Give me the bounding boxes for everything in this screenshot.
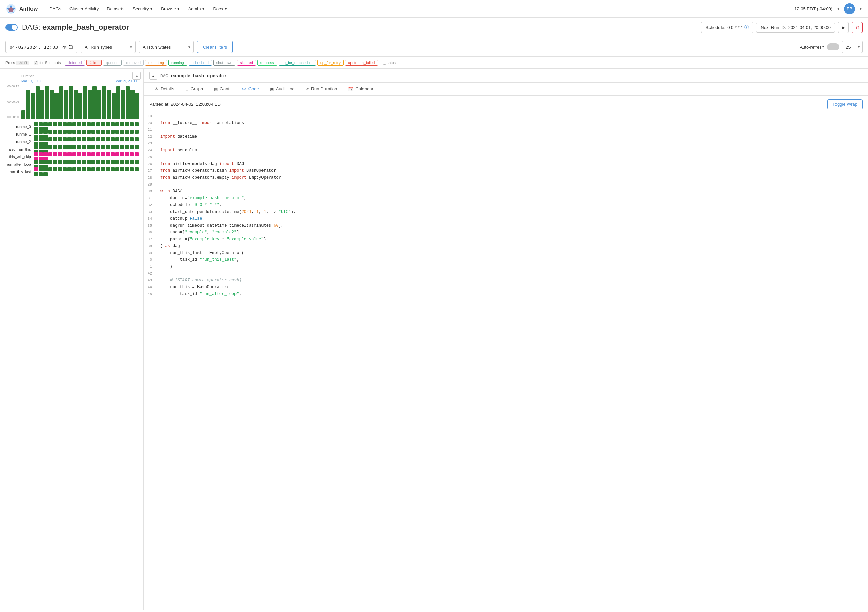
status-tag-removed[interactable]: removed: [123, 60, 144, 66]
autorefresh-toggle[interactable]: [827, 43, 839, 50]
task-square[interactable]: [96, 130, 100, 134]
status-tag-queued[interactable]: queued: [103, 60, 122, 66]
task-square[interactable]: [87, 145, 91, 149]
task-square[interactable]: [110, 122, 115, 126]
task-square[interactable]: [34, 130, 38, 134]
task-square[interactable]: [101, 122, 105, 126]
task-square[interactable]: [130, 122, 134, 126]
task-square[interactable]: [87, 122, 91, 126]
task-square[interactable]: [82, 152, 86, 156]
task-square[interactable]: [115, 122, 119, 126]
task-square[interactable]: [77, 130, 81, 134]
task-square[interactable]: [67, 167, 71, 172]
task-square[interactable]: [130, 167, 134, 172]
task-square[interactable]: [53, 130, 57, 134]
task-square[interactable]: [120, 122, 124, 126]
task-square[interactable]: [67, 145, 71, 149]
nav-admin[interactable]: Admin ▼: [185, 4, 208, 13]
task-square[interactable]: [63, 152, 67, 156]
task-square[interactable]: [34, 167, 38, 172]
task-square[interactable]: [115, 145, 119, 149]
task-square[interactable]: [58, 137, 62, 141]
status-tag-upstream-failed[interactable]: upstream_failed: [345, 60, 378, 66]
task-square[interactable]: [43, 145, 48, 149]
dag-toggle[interactable]: [5, 24, 18, 31]
task-square[interactable]: [91, 145, 96, 149]
task-square[interactable]: [63, 160, 67, 164]
task-square[interactable]: [135, 137, 139, 141]
task-square[interactable]: [101, 130, 105, 134]
status-tag-up-for-reschedule[interactable]: up_for_reschedule: [279, 60, 316, 66]
tab-code[interactable]: <> Code: [236, 83, 265, 96]
task-square[interactable]: [125, 137, 129, 141]
task-square[interactable]: [82, 130, 86, 134]
task-square[interactable]: [48, 167, 53, 172]
task-square[interactable]: [53, 152, 57, 156]
status-tag-no-status[interactable]: no_status: [379, 60, 396, 65]
task-square[interactable]: [39, 122, 43, 126]
task-square[interactable]: [43, 130, 48, 134]
status-tag-failed[interactable]: failed: [86, 60, 101, 66]
nav-docs[interactable]: Docs ▼: [209, 4, 231, 13]
task-square[interactable]: [120, 145, 124, 149]
trigger-dag-button[interactable]: ▶: [838, 22, 849, 33]
task-square[interactable]: [130, 152, 134, 156]
task-square[interactable]: [58, 160, 62, 164]
task-square[interactable]: [125, 122, 129, 126]
task-square[interactable]: [63, 122, 67, 126]
task-square[interactable]: [63, 137, 67, 141]
task-square[interactable]: [101, 152, 105, 156]
task-square[interactable]: [91, 130, 96, 134]
page-size-select[interactable]: 25: [842, 41, 863, 53]
task-square[interactable]: [130, 145, 134, 149]
user-avatar[interactable]: FB: [844, 3, 855, 14]
task-square[interactable]: [106, 130, 110, 134]
task-square[interactable]: [48, 130, 53, 134]
task-square[interactable]: [34, 172, 38, 176]
status-tag-up-for-retry[interactable]: up_for_retry: [317, 60, 344, 66]
task-square[interactable]: [43, 122, 48, 126]
task-square[interactable]: [130, 160, 134, 164]
nav-dags[interactable]: DAGs: [46, 4, 65, 13]
collapse-panel-button[interactable]: «: [132, 71, 141, 80]
tab-graph[interactable]: ⊞ Graph: [180, 83, 208, 96]
task-square[interactable]: [115, 160, 119, 164]
task-square[interactable]: [91, 122, 96, 126]
task-square[interactable]: [120, 137, 124, 141]
nav-datasets[interactable]: Datasets: [103, 4, 128, 13]
status-tag-shutdown[interactable]: shutdown: [213, 60, 236, 66]
task-square[interactable]: [87, 160, 91, 164]
task-square[interactable]: [58, 152, 62, 156]
task-square[interactable]: [120, 167, 124, 172]
task-square[interactable]: [135, 145, 139, 149]
task-square[interactable]: [101, 160, 105, 164]
task-square[interactable]: [48, 152, 53, 156]
task-square[interactable]: [43, 152, 48, 156]
status-tag-restarting[interactable]: restarting: [145, 60, 167, 66]
task-square[interactable]: [96, 145, 100, 149]
task-square[interactable]: [43, 167, 48, 172]
task-square[interactable]: [91, 167, 96, 172]
task-square[interactable]: [72, 160, 76, 164]
task-square[interactable]: [77, 160, 81, 164]
task-square[interactable]: [39, 167, 43, 172]
nav-browse[interactable]: Browse ▼: [157, 4, 183, 13]
task-square[interactable]: [110, 152, 115, 156]
task-square[interactable]: [115, 167, 119, 172]
task-square[interactable]: [115, 137, 119, 141]
task-square[interactable]: [91, 160, 96, 164]
task-square[interactable]: [43, 137, 48, 141]
task-square[interactable]: [106, 122, 110, 126]
delete-dag-button[interactable]: 🗑: [852, 22, 863, 33]
task-square[interactable]: [82, 122, 86, 126]
task-square[interactable]: [106, 167, 110, 172]
task-square[interactable]: [72, 152, 76, 156]
task-square[interactable]: [58, 130, 62, 134]
task-square[interactable]: [53, 160, 57, 164]
task-square[interactable]: [101, 145, 105, 149]
task-square[interactable]: [77, 137, 81, 141]
task-square[interactable]: [96, 137, 100, 141]
task-square[interactable]: [96, 167, 100, 172]
task-square[interactable]: [106, 152, 110, 156]
task-square[interactable]: [63, 130, 67, 134]
